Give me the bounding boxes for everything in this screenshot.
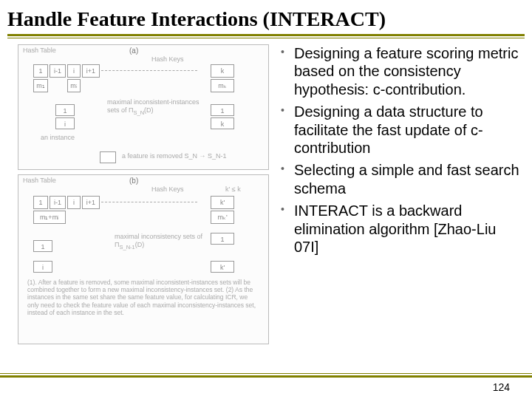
cell: 1 — [33, 196, 48, 209]
hash-table-label: Hash Table — [23, 177, 56, 185]
hash-table-label: Hash Table — [23, 47, 56, 55]
hash-keys-label: Hash Keys — [151, 55, 184, 64]
maximal-label: maximal inconsistent-instances sets of Π… — [107, 98, 203, 116]
cell: mᵢ — [67, 79, 81, 92]
footer-rule-thick — [0, 375, 532, 378]
footer-rule-thin — [0, 373, 532, 374]
cell: m₁ — [33, 79, 48, 92]
arrow-box — [100, 151, 116, 163]
cell: 1 — [33, 240, 52, 252]
cell: i — [67, 64, 81, 78]
slide-title: Handle Feature Interactions (INTERACT) — [7, 7, 525, 31]
cell: k' — [211, 196, 234, 209]
title-rule-thin — [7, 38, 525, 38]
cell: 1 — [211, 104, 234, 116]
cell: i — [67, 196, 81, 209]
figure-a-label: (a) — [129, 47, 138, 55]
maximal-label-b: maximal inconsistency sets of ΠS_N-1(D) — [115, 233, 203, 250]
cell: i+1 — [82, 196, 100, 209]
cell: 1 — [211, 233, 234, 245]
cell: m₁+mᵢ — [33, 211, 66, 224]
bullet-item: Designing a data structure to facilitate… — [276, 103, 523, 157]
bullet-list: Designing a feature scoring metric based… — [276, 44, 523, 256]
text-column: Designing a feature scoring metric based… — [269, 44, 523, 358]
cell: i — [33, 261, 52, 273]
cell: 1 — [55, 104, 75, 116]
cell: mₖ — [211, 79, 234, 92]
slide: Handle Feature Interactions (INTERACT) H… — [0, 0, 532, 399]
cell: k — [211, 117, 234, 129]
cell: k' — [211, 261, 234, 273]
figure-b-label: (b) — [129, 177, 138, 185]
k-bound-label: k' ≤ k — [225, 185, 241, 194]
removed-label: a feature is removed S_N → S_N-1 — [122, 152, 227, 160]
instance-label: an instance — [41, 134, 75, 142]
cell: i+1 — [82, 64, 100, 78]
page-number: 124 — [493, 381, 510, 393]
title-block: Handle Feature Interactions (INTERACT) — [0, 0, 532, 40]
cell: k — [211, 64, 234, 78]
cell: i-1 — [50, 64, 66, 78]
bullet-item: Selecting a simple and fast search schem… — [276, 161, 523, 197]
title-rule-thick — [7, 34, 525, 36]
cell: i — [55, 117, 75, 129]
figure-b: Hash Table (b) Hash Keys k' ≤ k 1 i-1 i … — [18, 174, 269, 344]
cell: i-1 — [50, 196, 66, 209]
cell: 1 — [33, 64, 48, 78]
content-area: Hash Table (a) Hash Keys 1 i-1 i i+1 k m… — [0, 40, 532, 358]
figure-b-caption: (1). After a feature is removed, some ma… — [27, 279, 256, 316]
hash-keys-label: Hash Keys — [151, 185, 184, 194]
bullet-item: INTERACT is a backward elimination algor… — [276, 202, 523, 256]
figure-a: Hash Table (a) Hash Keys 1 i-1 i i+1 k m… — [18, 44, 269, 170]
bullet-item: Designing a feature scoring metric based… — [276, 44, 523, 98]
figures-column: Hash Table (a) Hash Keys 1 i-1 i i+1 k m… — [18, 44, 269, 358]
cell: mₖ' — [211, 211, 234, 224]
